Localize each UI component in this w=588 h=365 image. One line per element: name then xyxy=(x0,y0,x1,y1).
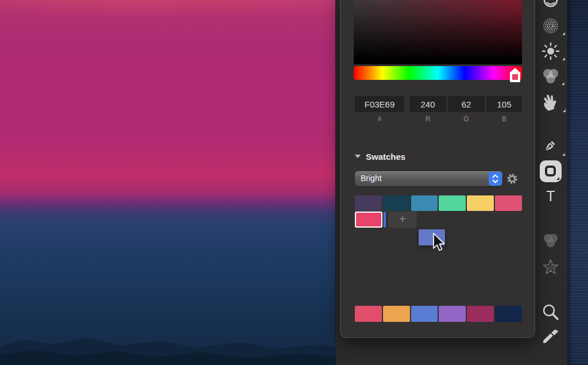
swatches-title: Swatches xyxy=(366,152,405,162)
swatch[interactable] xyxy=(467,195,494,211)
tool-grain[interactable] xyxy=(541,16,560,36)
color-picker-panel: # R G B Swatches Bright xyxy=(340,0,535,338)
green-input[interactable] xyxy=(448,96,485,112)
swatch[interactable] xyxy=(355,306,382,322)
drop-insertion-indicator xyxy=(384,212,386,228)
hand-icon xyxy=(540,92,561,113)
flyout-indicator xyxy=(562,57,565,60)
swatch[interactable] xyxy=(495,306,522,322)
tool-pen[interactable] xyxy=(541,137,560,156)
flyout-indicator xyxy=(563,109,566,112)
palette-dropdown[interactable]: Bright xyxy=(355,171,502,186)
grain-icon xyxy=(541,16,560,36)
tool-eyedropper[interactable] xyxy=(540,326,561,347)
blue-input[interactable] xyxy=(486,96,522,112)
tool-color-adjustments[interactable] xyxy=(541,67,560,86)
flyout-indicator xyxy=(556,177,559,180)
swatch[interactable] xyxy=(411,195,438,211)
swatches-section-header[interactable]: Swatches xyxy=(355,151,470,162)
tool-effects[interactable] xyxy=(541,258,560,277)
tool-shape-selected[interactable] xyxy=(540,160,562,182)
swatch[interactable] xyxy=(439,195,466,211)
hex-field-label: # xyxy=(355,115,404,123)
tool-adjust-lighting[interactable] xyxy=(541,41,560,61)
blue-field-label: B xyxy=(486,115,522,123)
app-window: # R G B Swatches Bright xyxy=(0,0,588,365)
sun-icon xyxy=(541,41,560,61)
bottom-swatch-row xyxy=(355,306,522,322)
hue-thumb-color xyxy=(512,74,518,80)
canvas-image[interactable] xyxy=(0,0,335,365)
red-field-label: R xyxy=(409,115,446,123)
hex-input[interactable] xyxy=(355,96,404,112)
swatch[interactable] xyxy=(355,195,382,211)
swatch[interactable] xyxy=(439,306,466,322)
tool-text[interactable]: T xyxy=(546,188,555,205)
pen-nib-icon xyxy=(541,137,560,156)
swatch[interactable] xyxy=(383,195,410,211)
star-scribble-icon xyxy=(541,258,560,277)
hue-slider-thumb[interactable] xyxy=(509,68,521,83)
swatch[interactable] xyxy=(383,306,410,322)
saturation-brightness-field[interactable] xyxy=(354,0,522,64)
cloud-highlight xyxy=(0,0,335,52)
eyedropper-icon xyxy=(540,326,561,347)
rounded-square-shape-icon xyxy=(545,166,556,176)
dropdown-stepper[interactable] xyxy=(489,172,502,186)
swatch[interactable] xyxy=(411,306,438,322)
chevron-up-down-icon xyxy=(489,172,502,186)
desktop-wallpaper-strip xyxy=(567,0,588,365)
palette-dropdown-value: Bright xyxy=(361,174,382,183)
selected-swatch[interactable] xyxy=(355,212,382,228)
gear-icon xyxy=(505,171,520,186)
red-input[interactable] xyxy=(409,96,446,112)
swatch[interactable] xyxy=(495,195,522,211)
overlapping-circles-icon xyxy=(542,232,559,249)
green-field-label: G xyxy=(448,115,485,123)
swatch-settings-button[interactable] xyxy=(505,171,520,186)
retouch-icon xyxy=(541,0,560,10)
flyout-indicator xyxy=(562,153,565,156)
magnifier-icon xyxy=(540,302,561,322)
tool-warp[interactable] xyxy=(540,92,561,113)
disclosure-triangle-icon[interactable] xyxy=(355,155,361,158)
flyout-indicator xyxy=(562,32,565,35)
swatch[interactable] xyxy=(467,306,494,322)
mountain-silhouette xyxy=(0,325,335,365)
add-swatch-button[interactable]: + xyxy=(388,212,417,228)
tool-zoom[interactable] xyxy=(540,302,561,322)
overlapping-circles-icon xyxy=(541,67,560,86)
hue-slider[interactable] xyxy=(354,66,522,80)
text-tool-icon: T xyxy=(546,188,555,205)
tool-fill[interactable] xyxy=(542,232,559,249)
flyout-indicator xyxy=(562,82,564,85)
tools-toolbar: T xyxy=(537,0,564,365)
hue-thumb-body xyxy=(510,72,520,82)
mouse-cursor-icon xyxy=(432,233,447,253)
selected-tool-highlight xyxy=(540,160,562,182)
swatch-row xyxy=(355,195,522,211)
tool-retouch[interactable] xyxy=(541,0,560,10)
